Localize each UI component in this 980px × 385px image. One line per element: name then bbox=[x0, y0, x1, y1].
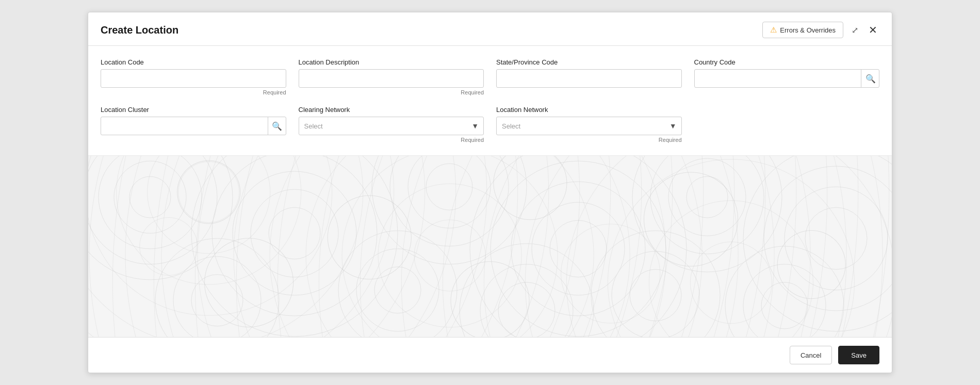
modal-header: Create Location ⚠ Errors & Overrides ⤢ ✕ bbox=[88, 12, 892, 46]
location-cluster-input[interactable] bbox=[101, 117, 286, 135]
svg-point-7 bbox=[233, 171, 356, 295]
svg-point-1 bbox=[114, 161, 186, 233]
clearing-network-required: Required bbox=[299, 137, 484, 143]
location-code-wrapper bbox=[101, 69, 286, 88]
expand-button[interactable]: ⤢ bbox=[850, 23, 860, 37]
svg-point-35 bbox=[460, 244, 594, 337]
warning-icon: ⚠ bbox=[770, 25, 777, 35]
topographic-pattern bbox=[88, 156, 892, 337]
svg-point-24 bbox=[785, 187, 888, 290]
save-button[interactable]: Save bbox=[838, 346, 879, 364]
svg-point-20 bbox=[668, 158, 746, 236]
svg-point-4 bbox=[88, 156, 233, 280]
country-code-field: Country Code 🔍 bbox=[694, 58, 880, 95]
modal-title: Create Location bbox=[101, 24, 178, 36]
header-actions: ⚠ Errors & Overrides ⤢ ✕ bbox=[762, 22, 879, 38]
svg-point-6 bbox=[251, 189, 338, 277]
create-location-modal: Create Location ⚠ Errors & Overrides ⤢ ✕… bbox=[88, 12, 892, 373]
errors-overrides-button[interactable]: ⚠ Errors & Overrides bbox=[762, 22, 843, 38]
form-row-1: Location Code Required Location Descript… bbox=[101, 58, 879, 95]
svg-point-11 bbox=[408, 156, 491, 228]
form-row-2: Location Cluster 🔍 Clearing Network Sele… bbox=[101, 106, 879, 143]
svg-point-5 bbox=[269, 207, 320, 259]
clearing-network-wrapper: Select ▼ bbox=[299, 117, 484, 135]
svg-point-28 bbox=[173, 256, 261, 337]
location-description-required: Required bbox=[299, 89, 484, 95]
cancel-button[interactable]: Cancel bbox=[790, 346, 832, 364]
location-code-field: Location Code Required bbox=[101, 58, 286, 95]
clearing-network-label: Clearing Network bbox=[299, 106, 484, 114]
svg-point-27 bbox=[191, 275, 243, 326]
svg-point-8 bbox=[212, 156, 377, 316]
state-province-code-field: State/Province Code bbox=[496, 58, 682, 95]
close-button[interactable]: ✕ bbox=[867, 22, 879, 38]
location-cluster-field: Location Cluster 🔍 bbox=[101, 106, 286, 143]
location-description-wrapper bbox=[299, 69, 484, 88]
svg-point-32 bbox=[338, 231, 457, 337]
svg-point-31 bbox=[356, 249, 439, 331]
location-network-wrapper: Select ▼ bbox=[496, 117, 682, 135]
close-icon: ✕ bbox=[869, 24, 877, 36]
svg-point-0 bbox=[129, 177, 171, 218]
svg-point-41 bbox=[725, 246, 844, 337]
svg-point-22 bbox=[632, 156, 782, 272]
country-code-label: Country Code bbox=[694, 58, 880, 66]
location-cluster-label: Location Cluster bbox=[101, 106, 286, 114]
search-icon-cluster: 🔍 bbox=[272, 121, 282, 131]
svg-point-19 bbox=[687, 177, 728, 218]
svg-point-33 bbox=[498, 282, 555, 337]
svg-point-9 bbox=[191, 156, 398, 336]
state-province-code-wrapper bbox=[496, 69, 682, 88]
location-description-input[interactable] bbox=[299, 69, 484, 88]
country-code-wrapper: 🔍 bbox=[694, 69, 880, 88]
svg-point-40 bbox=[743, 264, 826, 337]
svg-point-3 bbox=[88, 156, 217, 264]
search-icon: 🔍 bbox=[865, 74, 876, 84]
location-network-label: Location Network bbox=[496, 106, 682, 114]
empty-col-4 bbox=[694, 106, 880, 143]
svg-point-30 bbox=[374, 267, 421, 313]
svg-point-37 bbox=[612, 251, 699, 337]
svg-point-21 bbox=[650, 156, 764, 254]
location-cluster-search-button[interactable]: 🔍 bbox=[268, 117, 286, 135]
country-code-input[interactable] bbox=[694, 69, 880, 88]
location-code-label: Location Code bbox=[101, 58, 286, 66]
svg-point-18 bbox=[470, 156, 687, 337]
country-code-search-button[interactable]: 🔍 bbox=[861, 69, 879, 88]
state-province-code-label: State/Province Code bbox=[496, 58, 682, 66]
clearing-network-field: Clearing Network Select ▼ Required bbox=[299, 106, 484, 143]
svg-point-34 bbox=[480, 264, 573, 337]
modal-footer: Cancel Save bbox=[88, 337, 892, 373]
location-description-field: Location Description Required bbox=[299, 58, 484, 95]
svg-point-25 bbox=[764, 166, 892, 311]
expand-icon: ⤢ bbox=[852, 25, 858, 35]
state-province-code-input[interactable] bbox=[496, 69, 682, 88]
location-network-required: Required bbox=[496, 137, 682, 143]
location-cluster-wrapper: 🔍 bbox=[101, 117, 286, 135]
svg-point-10 bbox=[426, 164, 472, 210]
location-code-required: Required bbox=[101, 89, 286, 95]
location-description-label: Location Description bbox=[299, 58, 484, 66]
svg-point-17 bbox=[491, 161, 666, 336]
svg-point-29 bbox=[155, 238, 279, 337]
location-network-select[interactable]: Select bbox=[496, 117, 682, 135]
svg-point-12 bbox=[390, 156, 509, 246]
location-network-field: Location Network Select ▼ Required bbox=[496, 106, 682, 143]
background-pattern-area bbox=[88, 155, 892, 337]
modal-body: Location Code Required Location Descript… bbox=[88, 46, 892, 143]
location-code-input[interactable] bbox=[101, 69, 286, 88]
svg-point-14 bbox=[550, 220, 607, 277]
clearing-network-select[interactable]: Select bbox=[299, 117, 484, 135]
svg-point-2 bbox=[99, 156, 202, 249]
svg-point-23 bbox=[805, 207, 867, 269]
svg-point-16 bbox=[511, 182, 645, 316]
errors-button-label: Errors & Overrides bbox=[780, 26, 836, 34]
